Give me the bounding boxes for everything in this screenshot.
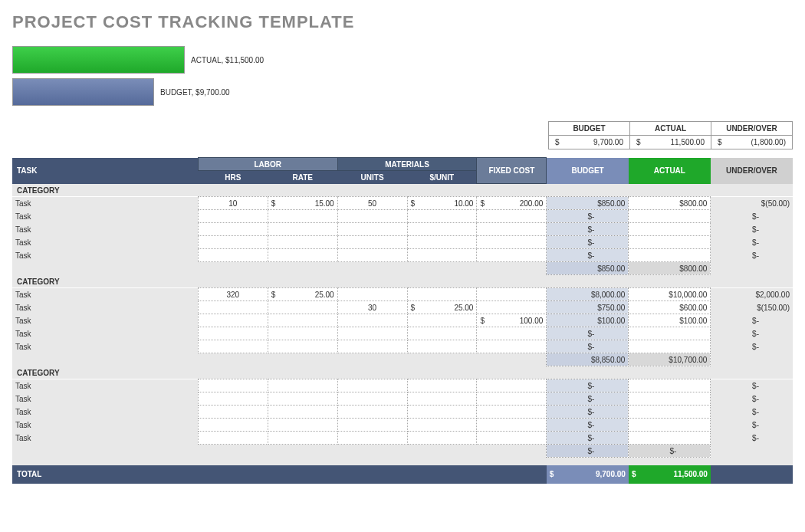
task-label: Task bbox=[12, 223, 198, 236]
page-title: PROJECT COST TRACKING TEMPLATE bbox=[12, 12, 793, 32]
actual-cell[interactable]: $800.00 bbox=[629, 197, 711, 210]
summary-actual: $11,500.00 bbox=[630, 136, 711, 149]
summary-header-underover: UNDER/OVER bbox=[711, 122, 793, 136]
col-materials: MATERIALS bbox=[337, 158, 477, 171]
category-header: CATEGORY bbox=[12, 275, 793, 288]
units-cell[interactable]: 50 bbox=[337, 197, 407, 210]
perunit-cell[interactable]: $25.00 bbox=[407, 301, 477, 314]
subtotal-actual: $- bbox=[629, 445, 711, 458]
summary-header-actual: ACTUAL bbox=[630, 122, 711, 136]
total-actual: $11,500.00 bbox=[629, 465, 711, 484]
subtotal-budget: $850.00 bbox=[547, 262, 629, 275]
rate-cell[interactable]: $15.00 bbox=[268, 197, 337, 210]
category-header: CATEGORY bbox=[12, 184, 793, 197]
chart-label-budget: BUDGET, $9,700.00 bbox=[160, 88, 230, 97]
summary-budget: $9,700.00 bbox=[549, 136, 630, 149]
hrs-cell[interactable]: 10 bbox=[198, 197, 268, 210]
col-task: TASK bbox=[12, 158, 198, 184]
task-label: Task bbox=[12, 197, 198, 210]
task-label: Task bbox=[12, 210, 198, 223]
task-label: Task bbox=[12, 236, 198, 249]
subtotal-actual: $10,700.00 bbox=[629, 353, 711, 366]
task-label: Task bbox=[12, 392, 198, 406]
task-label: Task bbox=[12, 379, 198, 392]
summary-table: BUDGET ACTUAL UNDER/OVER $9,700.00 $11,5… bbox=[548, 121, 793, 149]
task-label: Task bbox=[12, 340, 198, 353]
summary-header-budget: BUDGET bbox=[549, 122, 630, 136]
budget-chart: ACTUAL, $11,500.00 BUDGET, $9,700.00 bbox=[12, 46, 793, 106]
chart-bar-actual bbox=[12, 46, 185, 74]
task-label: Task bbox=[12, 327, 198, 340]
perunit-cell[interactable]: $10.00 bbox=[407, 197, 477, 210]
units-cell[interactable]: 30 bbox=[337, 301, 407, 314]
col-underover: UNDER/OVER bbox=[711, 158, 793, 184]
task-label: Task bbox=[12, 314, 198, 327]
col-perunit: $/UNIT bbox=[407, 171, 477, 184]
subtotal-actual: $800.00 bbox=[629, 262, 711, 275]
col-budget: BUDGET bbox=[547, 158, 629, 184]
col-labor: LABOR bbox=[198, 158, 337, 171]
col-actual: ACTUAL bbox=[629, 158, 711, 184]
task-label: Task bbox=[12, 288, 198, 301]
underover-cell: $(50.00) bbox=[711, 197, 793, 210]
col-hrs: HRS bbox=[198, 171, 268, 184]
budget-cell: $850.00 bbox=[547, 197, 629, 210]
cost-table: TASK LABOR MATERIALS FIXED COST BUDGET A… bbox=[12, 157, 793, 484]
col-rate: RATE bbox=[268, 171, 337, 184]
total-label: TOTAL bbox=[12, 465, 198, 484]
col-fixed: FIXED COST bbox=[477, 158, 547, 184]
subtotal-budget: $- bbox=[547, 445, 629, 458]
rate-cell[interactable]: $25.00 bbox=[268, 288, 337, 301]
task-label: Task bbox=[12, 301, 198, 314]
task-label: Task bbox=[12, 432, 198, 445]
chart-label-actual: ACTUAL, $11,500.00 bbox=[191, 56, 264, 64]
hrs-cell[interactable]: 320 bbox=[198, 288, 268, 301]
subtotal-budget: $8,850.00 bbox=[547, 353, 629, 366]
fixed-cell[interactable]: $100.00 bbox=[477, 314, 547, 327]
task-label: Task bbox=[12, 249, 198, 262]
fixed-cell[interactable]: $200.00 bbox=[477, 197, 547, 210]
task-label: Task bbox=[12, 406, 198, 419]
col-units: UNITS bbox=[337, 171, 407, 184]
chart-bar-budget bbox=[12, 78, 154, 106]
total-budget: $9,700.00 bbox=[547, 465, 629, 484]
category-header: CATEGORY bbox=[12, 366, 793, 379]
task-label: Task bbox=[12, 419, 198, 432]
summary-underover: $(1,800.00) bbox=[711, 136, 793, 149]
